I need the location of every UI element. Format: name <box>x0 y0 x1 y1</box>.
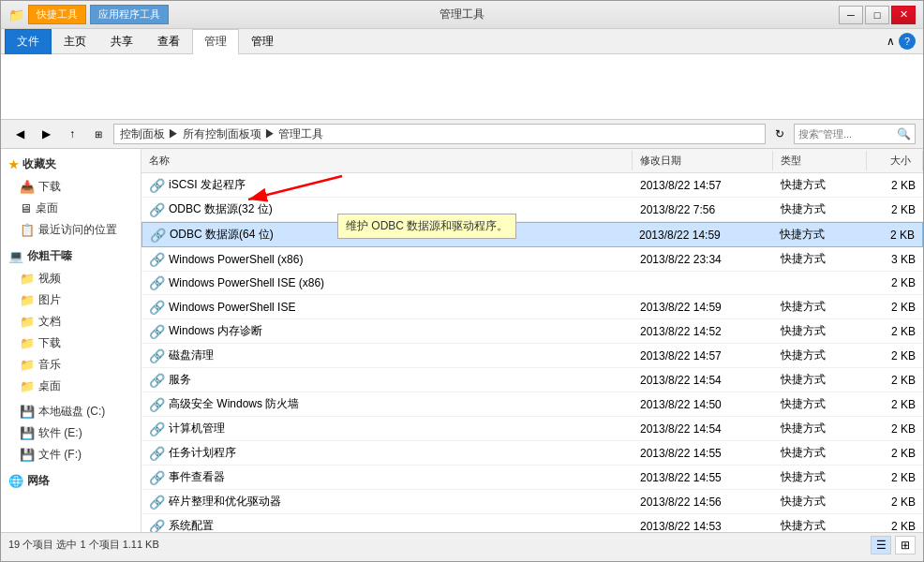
tab-share[interactable]: 共享 <box>98 29 145 54</box>
sidebar-item-desktop1[interactable]: 🖥 桌面 <box>1 198 141 219</box>
file-date: 2013/8/22 14:59 <box>633 299 773 316</box>
file-type: 快捷方式 <box>773 419 867 438</box>
sidebar-item-drive-c[interactable]: 💾 本地磁盘 (C:) <box>1 401 141 422</box>
help-icon[interactable]: ? <box>899 33 916 50</box>
up-button[interactable]: ↑ <box>61 124 83 144</box>
quick-tools-tab[interactable]: 快捷工具 <box>28 5 86 24</box>
back-button[interactable]: ◀ <box>8 124 31 144</box>
file-date: 2013/8/22 14:50 <box>633 396 773 413</box>
drive-icon: 💾 <box>20 426 35 440</box>
file-icon: 🔗 <box>149 202 165 217</box>
detail-view-button[interactable]: ☰ <box>871 536 891 555</box>
file-type: 快捷方式 <box>773 346 867 365</box>
desktop-icon: 🖥 <box>20 201 32 215</box>
sidebar-item-drive-f[interactable]: 💾 文件 (F:) <box>1 444 141 466</box>
sidebar-item-music[interactable]: 📁 音乐 <box>1 354 141 376</box>
col-header-date[interactable]: 修改日期 <box>633 151 773 170</box>
col-header-type[interactable]: 类型 <box>773 151 867 170</box>
sidebar-header-network[interactable]: 🌐 网络 <box>1 469 141 493</box>
minimize-button[interactable]: ─ <box>839 6 863 24</box>
file-row[interactable]: 🔗ODBC 数据源(32 位) 2013/8/22 7:56 快捷方式 2 KB <box>142 198 923 222</box>
sidebar-item-download2[interactable]: 📁 下载 <box>1 333 141 354</box>
sidebar-item-desktop2[interactable]: 📁 桌面 <box>1 376 141 397</box>
forward-button[interactable]: ▶ <box>35 124 57 144</box>
main-layout: ★ 收藏夹 📥 下载 🖥 桌面 📋 最近访问的位置 💻 你粗干嗪 <box>1 149 923 532</box>
file-row[interactable]: 🔗Windows PowerShell ISE (x86) 2 KB <box>142 272 923 295</box>
sidebar-item-download1[interactable]: 📥 下载 <box>1 176 141 198</box>
file-date: 2013/8/22 14:57 <box>633 348 773 364</box>
sidebar-item-drive-e[interactable]: 💾 软件 (E:) <box>1 422 141 444</box>
network-icon: 🌐 <box>8 474 23 488</box>
file-size: 2 KB <box>867 421 923 437</box>
file-row[interactable]: 🔗任务计划程序 2013/8/22 14:55 快捷方式 2 KB <box>142 441 923 466</box>
tab-view[interactable]: 查看 <box>145 29 192 54</box>
file-row[interactable]: 🔗Windows 内存诊断 2013/8/22 14:52 快捷方式 2 KB <box>142 319 923 344</box>
computer-label: 你粗干嗪 <box>27 248 72 264</box>
file-icon: 🔗 <box>150 228 166 243</box>
file-row[interactable]: 🔗iSCSI 发起程序 2013/8/22 14:57 快捷方式 2 KB <box>142 173 923 198</box>
sidebar-item-documents[interactable]: 📁 文档 <box>1 311 141 333</box>
file-date: 2013/8/22 14:56 <box>633 494 773 510</box>
sidebar-section-network: 🌐 网络 <box>1 469 141 493</box>
sidebar-item-recent[interactable]: 📋 最近访问的位置 <box>1 219 141 241</box>
title-bar: 📁 快捷工具 应用程序工具 管理工具 ─ □ ✕ <box>1 1 923 29</box>
status-bar: 19 个项目 选中 1 个项目 1.11 KB ☰ ⊞ <box>1 532 923 556</box>
address-path[interactable]: 控制面板 ▶ 所有控制面板项 ▶ 管理工具 <box>113 124 766 144</box>
sidebar-item-label: 视频 <box>38 271 61 287</box>
file-row[interactable]: 🔗Windows PowerShell ISE 2013/8/22 14:59 … <box>142 295 923 319</box>
file-name: 系统配置 <box>169 518 214 532</box>
file-date: 2013/8/22 14:52 <box>633 323 773 340</box>
file-date: 2013/8/22 14:55 <box>633 469 773 486</box>
title-bar-left: 📁 快捷工具 应用程序工具 <box>8 5 169 24</box>
star-icon: ★ <box>8 158 19 171</box>
sidebar-item-label: 本地磁盘 (C:) <box>38 404 105 420</box>
sidebar-item-pictures[interactable]: 📁 图片 <box>1 289 141 311</box>
recent-button[interactable]: ⊞ <box>87 124 110 144</box>
tab-home[interactable]: 主页 <box>52 29 98 54</box>
file-row[interactable]: 🔗磁盘清理 2013/8/22 14:57 快捷方式 2 KB <box>142 344 923 368</box>
close-button[interactable]: ✕ <box>891 6 916 24</box>
file-row[interactable]: 🔗系统配置 2013/8/22 14:53 快捷方式 2 KB <box>142 514 923 532</box>
sidebar-item-video[interactable]: 📁 视频 <box>1 268 141 289</box>
status-text: 19 个项目 选中 1 个项目 1.11 KB <box>8 538 159 552</box>
file-date: 2013/8/22 14:54 <box>633 372 773 389</box>
file-row[interactable]: 🔗计算机管理 2013/8/22 14:54 快捷方式 2 KB <box>142 417 923 441</box>
col-header-size[interactable]: 大小 <box>867 151 923 170</box>
file-row[interactable]: 🔗事件查看器 2013/8/22 14:55 快捷方式 2 KB <box>142 466 923 490</box>
file-name: 计算机管理 <box>169 421 225 436</box>
tab-file[interactable]: 文件 <box>5 29 52 54</box>
file-row[interactable]: 🔗碎片整理和优化驱动器 2013/8/22 14:56 快捷方式 2 KB <box>142 490 923 514</box>
sidebar-item-label: 桌面 <box>36 200 58 216</box>
search-icon[interactable]: 🔍 <box>897 127 911 140</box>
file-row[interactable]: 🔗高级安全 Windows 防火墙 2013/8/22 14:50 快捷方式 2… <box>142 392 923 417</box>
file-row[interactable]: 🔗服务 2013/8/22 14:54 快捷方式 2 KB <box>142 368 923 392</box>
file-icon: 🔗 <box>149 178 165 193</box>
file-row[interactable]: 🔗Windows PowerShell (x86) 2013/8/22 23:3… <box>142 247 923 272</box>
search-box[interactable]: 🔍 <box>794 124 916 144</box>
maximize-button[interactable]: □ <box>865 6 889 24</box>
sidebar-header-favorites[interactable]: ★ 收藏夹 <box>1 153 141 176</box>
folder-icon: 📁 <box>20 358 35 372</box>
file-icon: 🔗 <box>149 397 165 412</box>
refresh-button[interactable]: ↻ <box>769 124 790 144</box>
file-icon: 🔗 <box>149 252 165 267</box>
file-type: 快捷方式 <box>773 297 867 317</box>
app-tools-tab[interactable]: 应用程序工具 <box>90 5 169 24</box>
tile-view-button[interactable]: ⊞ <box>895 536 916 555</box>
file-size: 2 KB <box>867 494 923 510</box>
file-size: 2 KB <box>867 372 923 389</box>
file-name: 事件查看器 <box>169 469 225 485</box>
ribbon-tabs: 文件 主页 共享 查看 管理 管理 ∧ ? <box>1 29 923 54</box>
file-type: 快捷方式 <box>772 225 866 244</box>
sidebar-header-computer[interactable]: 💻 你粗干嗪 <box>1 244 141 268</box>
tab-manage1[interactable]: 管理 <box>192 29 239 54</box>
tab-manage2[interactable]: 管理 <box>239 29 286 54</box>
file-icon: 🔗 <box>149 324 165 339</box>
search-input[interactable] <box>798 128 897 140</box>
file-row-selected[interactable]: 🔗ODBC 数据源(64 位) 2013/8/22 14:59 快捷方式 2 K… <box>142 222 923 247</box>
ribbon-collapse-icon[interactable]: ∧ <box>887 35 895 48</box>
folder-icon: 📁 <box>20 336 35 350</box>
file-type: 快捷方式 <box>773 175 867 195</box>
file-size: 2 KB <box>867 396 923 413</box>
col-header-name[interactable]: 名称 <box>142 151 633 170</box>
